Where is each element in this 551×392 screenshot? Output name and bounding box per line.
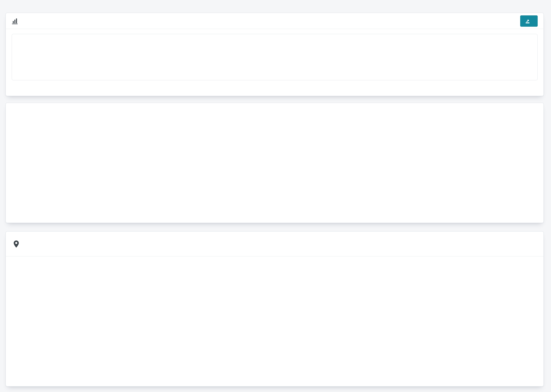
tracking-stats-card <box>6 13 544 96</box>
dashboard-page <box>0 0 551 392</box>
geo-country-table <box>280 257 538 284</box>
rates-card <box>6 103 544 223</box>
stats-box <box>12 34 538 80</box>
stats-summary <box>6 29 544 85</box>
geo-pie-chart[interactable] <box>31 259 141 368</box>
geo-table-header <box>280 257 538 284</box>
tracking-stats-header <box>6 13 544 29</box>
geo-body <box>6 257 544 386</box>
export-basic-stats-button[interactable] <box>520 15 538 27</box>
export-icon <box>525 18 530 23</box>
geo-opens-header <box>6 231 544 257</box>
geo-opens-card <box>6 231 544 386</box>
map-pin-icon <box>14 240 19 247</box>
bar-chart-icon <box>12 18 18 24</box>
